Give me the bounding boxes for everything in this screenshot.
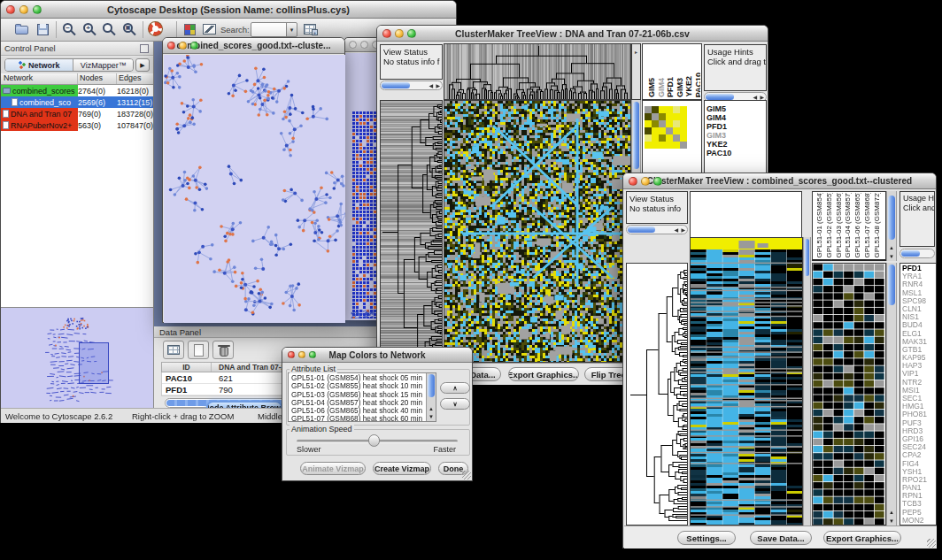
move-down-button[interactable]: ∨	[440, 398, 470, 410]
network-edges-count: 13112(15)	[117, 98, 153, 107]
tv1-heatmap[interactable]	[444, 100, 631, 363]
animate-vizmap-button[interactable]: Animate Vizmap	[300, 462, 366, 475]
gene-label[interactable]: YKE2	[706, 140, 765, 149]
resize-grip[interactable]	[462, 471, 471, 479]
column-label: GPL51-06 (GSM865)	[853, 193, 863, 258]
tv2-gene-list: PFD1YRA1RNR4MSL1SPC98CLN1NIS1BUD4ELG1MAK…	[902, 265, 936, 525]
gene-label[interactable]: GIM3	[706, 131, 765, 140]
network-window-title: combined_scores_good.txt--cluste...	[177, 41, 331, 50]
tv2-usage-hints-panel: Usage HiClick and	[900, 191, 935, 247]
minimize-button[interactable]	[179, 42, 187, 50]
network-row[interactable]: combined_scores2764(0)16218(0)	[1, 85, 153, 96]
animation-speed-label: Animation Speed	[290, 425, 354, 433]
close-button[interactable]	[288, 351, 295, 358]
overview-viewport-rect[interactable]	[79, 342, 109, 384]
new-attribute-icon[interactable]	[188, 341, 209, 359]
network-view-window-1[interactable]: combined_scores_good.txt--cluste...	[162, 37, 345, 323]
tv1-similarity-matrix[interactable]	[645, 106, 687, 149]
annotation-icon[interactable]	[201, 21, 219, 38]
file-icon	[3, 110, 9, 118]
tv2-status-hscrollbar[interactable]: ◀▶	[626, 225, 688, 234]
cytoscape-titlebar[interactable]: Cytoscape Desktop (Session Name: collins…	[1, 1, 456, 19]
close-button[interactable]	[629, 177, 637, 186]
attribute-browser-icon[interactable]: +	[302, 21, 320, 38]
help-lifering-icon[interactable]	[148, 21, 166, 38]
zoom-in-icon[interactable]: +	[81, 21, 99, 38]
tv1-status-hscrollbar[interactable]: ◀▶	[380, 81, 443, 90]
gene-label[interactable]: GIM5	[706, 104, 765, 113]
network-row[interactable]: DNA and Tran 07769(0)183728(0)	[1, 108, 153, 119]
desktop: Cytoscape Desktop (Session Name: collins…	[0, 0, 942, 560]
export-graphics-button[interactable]: Export Graphics...	[823, 531, 901, 545]
save-data-button[interactable]: Save Data...	[750, 531, 812, 545]
vizmap-icon[interactable]	[181, 21, 199, 38]
animation-slider-thumb[interactable]	[368, 434, 380, 447]
tv2-heatmap[interactable]	[690, 237, 803, 525]
close-button[interactable]	[6, 5, 15, 14]
tv2-labels-vscrollbar[interactable]: ▲▼	[886, 191, 897, 261]
save-session-icon[interactable]	[35, 21, 52, 38]
minimize-button[interactable]	[395, 29, 404, 38]
column-label: GIM3	[676, 78, 685, 97]
attribute-item[interactable]: GPL51-07 (GSM868) heat shock 60 min	[289, 415, 436, 422]
settings-button[interactable]: Settings...	[677, 531, 736, 545]
minimize-button[interactable]	[360, 41, 368, 49]
zoom-button[interactable]	[190, 42, 198, 50]
search-dropdown-arrow[interactable]: ▾	[286, 22, 297, 37]
tv2-zoom-heatmap[interactable]	[812, 263, 886, 525]
export-graphics-button[interactable]: Export Graphics...	[508, 367, 579, 381]
move-up-button[interactable]: ∧	[440, 382, 470, 394]
window-title: Cytoscape Desktop (Session Name: collins…	[107, 4, 350, 15]
network-nodes-count: 2764(0)	[78, 87, 117, 96]
float-panel-icon[interactable]	[140, 44, 149, 53]
tv2-row-dendrogram[interactable]	[626, 263, 688, 525]
close-button[interactable]	[167, 42, 175, 50]
treeview1-title: ClusterMaker TreeView : DNA and Tran 07-…	[455, 28, 690, 39]
close-button[interactable]	[382, 29, 391, 38]
treeview-window-combined[interactable]: ClusterMaker TreeView : combined_scores_…	[622, 173, 937, 548]
tv1-column-dendrogram[interactable]	[444, 43, 631, 100]
network-overview-panel[interactable]	[1, 307, 153, 408]
network-row[interactable]: combined_sco2569(6)13112(15)	[1, 96, 153, 108]
gene-label[interactable]: MON2	[902, 517, 936, 525]
network-canvas-1[interactable]	[164, 55, 345, 323]
zoom-fit-icon[interactable]	[101, 21, 119, 38]
tv2-zoom-vscrollbar[interactable]: ▲▼	[886, 263, 897, 525]
gene-label[interactable]: GIM4	[706, 113, 765, 122]
network-row[interactable]: RNAPuberNov2+563(0)107847(0)	[1, 119, 153, 131]
tv2-usage-hscrollbar[interactable]	[900, 249, 935, 258]
map-colors-dialog[interactable]: Map Colors to Network Attribute List GPL…	[282, 347, 473, 481]
delete-attribute-icon[interactable]	[212, 341, 234, 359]
network-table-header[interactable]: Network Nodes Edges	[1, 73, 153, 85]
attribute-listbox[interactable]: GPL51-01 (GSM854) heat shock 05 minGPL51…	[288, 372, 436, 422]
zoom-selected-icon[interactable]: ▣	[121, 21, 139, 38]
gene-label[interactable]: PAC10	[706, 149, 765, 157]
minimize-button[interactable]	[298, 351, 305, 358]
tab-overflow-arrow[interactable]: ▶	[135, 58, 150, 72]
minimize-button[interactable]	[19, 5, 28, 14]
treeview2-title: ClusterMaker TreeView : combined_scores_…	[647, 176, 912, 186]
data-row-value: 790	[212, 385, 233, 395]
close-button[interactable]	[349, 41, 357, 49]
zoom-button[interactable]	[309, 351, 316, 358]
resize-grip[interactable]	[927, 539, 936, 548]
tv2-button-bar: Settings... Save Data... Export Graphics…	[624, 525, 937, 548]
zoom-button[interactable]	[407, 29, 416, 38]
gene-label[interactable]: PFD1	[706, 122, 765, 131]
zoom-button[interactable]	[33, 5, 42, 14]
tv1-row-dendrogram[interactable]	[380, 100, 443, 363]
open-file-icon[interactable]	[13, 21, 31, 38]
minimize-button[interactable]	[641, 177, 650, 186]
tab-vizmapper[interactable]: VizMapper™	[73, 59, 133, 71]
overview-canvas	[4, 311, 149, 406]
tab-network[interactable]: Network	[5, 59, 73, 71]
tv1-view-status-panel: View StatusNo status info f	[380, 44, 443, 80]
zoom-button[interactable]	[653, 177, 662, 186]
attribute-list-vscrollbar[interactable]: ▲▼	[426, 373, 436, 421]
network-name: DNA and Tran 07	[11, 110, 72, 119]
zoom-out-icon[interactable]: −	[61, 21, 79, 38]
network-nodes-count: 2569(6)	[78, 98, 117, 107]
select-attributes-icon[interactable]	[163, 341, 184, 359]
tv2-heatmap-vscrollbar[interactable]	[803, 237, 811, 525]
create-vizmap-button[interactable]: Create Vizmap	[373, 462, 431, 475]
